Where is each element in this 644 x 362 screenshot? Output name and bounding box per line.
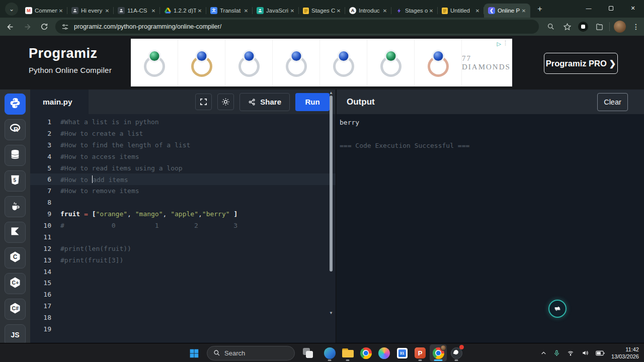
browser-tab[interactable]: Stages o✕ xyxy=(391,4,438,18)
start-button[interactable] xyxy=(185,344,202,361)
sidebar-item-kotlin[interactable] xyxy=(5,222,26,243)
taskbar-app-chrome-active[interactable] xyxy=(430,344,447,361)
profile-avatar[interactable] xyxy=(614,21,626,33)
code-line[interactable]: 7#How to remove items xyxy=(30,185,336,197)
taskbar-app-obs[interactable] xyxy=(448,344,465,361)
code-line[interactable]: 1#What a list is in python xyxy=(30,116,336,128)
browser-tab[interactable]: MCommen✕ xyxy=(21,4,67,18)
new-tab-button[interactable]: + xyxy=(533,3,546,16)
sidebar-item-java[interactable] xyxy=(5,196,26,217)
code-line[interactable]: 17 xyxy=(30,300,336,312)
restore-button[interactable] xyxy=(600,0,622,16)
tab-groups-button[interactable] xyxy=(593,20,606,33)
tab-close-icon[interactable]: ✕ xyxy=(428,7,435,14)
sidebar-item-r[interactable]: R xyxy=(5,119,26,140)
address-bar[interactable]: programiz.com/python-programming/online-… xyxy=(55,20,539,34)
browser-tab[interactable]: JavaScri✕ xyxy=(253,4,299,18)
tab-close-icon[interactable]: ✕ xyxy=(289,7,296,14)
tab-close-icon[interactable]: ✕ xyxy=(196,7,203,14)
browser-menu-button[interactable]: ⋮ xyxy=(629,20,642,33)
close-button[interactable]: ✕ xyxy=(622,0,644,16)
tab-close-icon[interactable]: ✕ xyxy=(243,7,250,14)
browser-tab[interactable]: Untitled✕ xyxy=(438,4,484,18)
volume-icon[interactable] xyxy=(581,349,589,356)
taskbar-app-explorer[interactable] xyxy=(339,344,356,361)
code-line[interactable]: 10# 0 1 2 3 xyxy=(30,220,336,231)
code-line[interactable]: 2#How to create a list xyxy=(30,128,336,139)
tab-close-icon[interactable]: ✕ xyxy=(381,7,388,14)
sidebar-item-cpp[interactable]: C+ xyxy=(5,273,26,294)
code-line[interactable]: 5#How to read items using a loop xyxy=(30,162,336,174)
browser-tab[interactable]: 文Translat✕ xyxy=(206,4,253,18)
sidebar-item-c[interactable]: C xyxy=(5,247,26,268)
code-line[interactable]: 4#How to access items xyxy=(30,151,336,162)
tab-close-icon[interactable]: ✕ xyxy=(474,7,481,14)
browser-tab[interactable]: 11A-CS✕ xyxy=(114,4,160,18)
microphone-icon[interactable] xyxy=(553,349,560,357)
browser-tab-active[interactable]: ❮Online P✕ xyxy=(484,4,530,18)
code-line[interactable]: 12#print(len(fruit)) xyxy=(30,243,336,254)
code-line[interactable]: 9fruit = ["orange", "mango", "apple","be… xyxy=(30,208,336,220)
browser-tab[interactable]: Stages C✕ xyxy=(299,4,345,18)
tray-expand-icon[interactable] xyxy=(540,350,547,356)
sidebar-item-python[interactable] xyxy=(5,94,26,115)
editor-scrollbar[interactable]: ▲ ▼ xyxy=(329,90,334,315)
clear-button[interactable]: Clear xyxy=(597,93,628,111)
code-line[interactable]: 14 xyxy=(30,266,336,278)
bookmark-button[interactable] xyxy=(560,20,574,33)
sidebar-item-sql[interactable] xyxy=(5,145,26,166)
tab-close-icon[interactable]: ✕ xyxy=(104,7,111,14)
code-line[interactable]: 3#How to find the length of a list xyxy=(30,139,336,151)
taskbar-search[interactable]: Search xyxy=(207,346,295,360)
sidebar-item-js[interactable]: JS xyxy=(5,324,26,343)
output-console[interactable]: berry === Code Execution Successful === xyxy=(340,117,469,151)
run-button[interactable]: Run xyxy=(295,93,330,111)
minimize-button[interactable]: — xyxy=(578,0,600,16)
sidebar-item-html[interactable]: 5 xyxy=(5,170,26,192)
browser-tab[interactable]: AIntroduc✕ xyxy=(345,4,391,18)
logo-block[interactable]: Programiz Python Online Compiler xyxy=(29,46,112,74)
code-line[interactable]: 18 xyxy=(30,312,336,323)
share-button[interactable]: Share xyxy=(239,93,290,111)
tab-close-icon[interactable]: ✕ xyxy=(150,7,157,14)
sync-widget-button[interactable] xyxy=(548,300,567,318)
sidebar-item-csharp[interactable]: C# xyxy=(5,299,26,320)
forward-button[interactable] xyxy=(20,20,34,34)
programiz-pro-button[interactable]: Programiz PRO ❯ xyxy=(544,53,618,74)
code-line[interactable]: 8 xyxy=(30,197,336,208)
code-line[interactable]: 19 xyxy=(30,323,336,335)
code-line[interactable]: 11 xyxy=(30,231,336,243)
scroll-down-icon[interactable]: ▼ xyxy=(329,311,333,315)
code-line[interactable]: 16 xyxy=(30,289,336,300)
scrollbar-thumb[interactable] xyxy=(330,96,333,272)
fullscreen-button[interactable] xyxy=(195,94,212,110)
tab-search-button[interactable]: ⌄ xyxy=(5,3,18,16)
tab-close-icon[interactable]: ✕ xyxy=(335,7,342,14)
battery-icon[interactable] xyxy=(596,350,605,356)
reload-button[interactable] xyxy=(37,20,51,34)
back-button[interactable] xyxy=(3,20,17,34)
taskbar-clock[interactable]: 11:42 13/03/2026 xyxy=(611,346,639,360)
taskbar-app-calendar[interactable]: 31 xyxy=(393,344,411,361)
taskbar-app-copilot[interactable] xyxy=(375,344,392,361)
task-view-button[interactable] xyxy=(299,344,316,361)
taskbar-app-chrome[interactable] xyxy=(357,344,374,361)
file-tab[interactable]: main.py xyxy=(30,89,89,114)
zoom-button[interactable] xyxy=(544,20,557,33)
tab-close-icon[interactable]: ✕ xyxy=(520,7,527,14)
adchoices-icon[interactable]: ▷ xyxy=(497,41,501,47)
taskbar-app-powerpoint[interactable]: P xyxy=(412,344,429,361)
browser-tab[interactable]: Hi every✕ xyxy=(67,4,114,18)
theme-settings-button[interactable] xyxy=(217,94,234,110)
ad-banner[interactable]: 77 DIAMONDS ▷ ⋮ xyxy=(131,39,512,86)
taskbar-app-edge[interactable] xyxy=(321,344,338,361)
browser-tab[interactable]: 1.2.2 d)T✕ xyxy=(160,4,206,18)
tab-close-icon[interactable]: ✕ xyxy=(57,7,64,14)
code-line[interactable]: 13#print(fruit[3]) xyxy=(30,254,336,266)
code-editor[interactable]: 1#What a list is in python2#How to creat… xyxy=(30,114,336,343)
code-line[interactable]: 15 xyxy=(30,277,336,289)
scroll-up-icon[interactable]: ▲ xyxy=(329,90,333,95)
extension-button[interactable] xyxy=(577,20,590,33)
wifi-icon[interactable] xyxy=(567,350,575,356)
code-line[interactable]: 6#How to add items xyxy=(30,173,336,185)
